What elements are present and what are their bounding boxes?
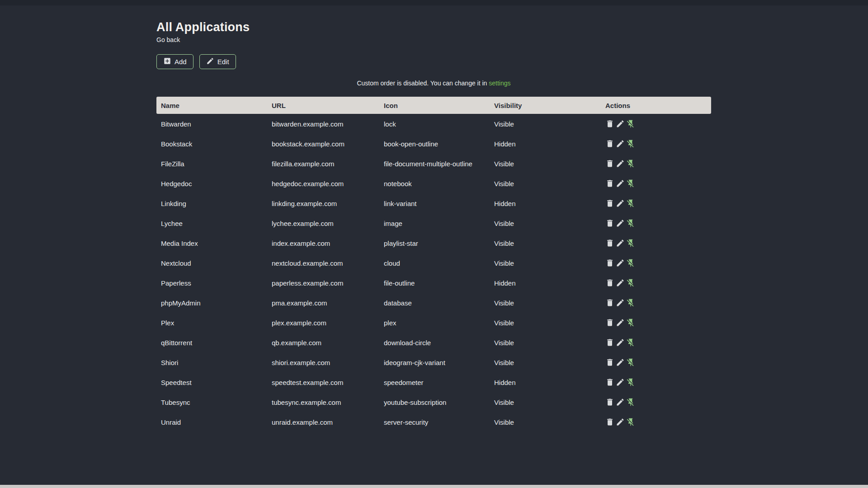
cell-name: Unraid — [156, 412, 267, 432]
cell-actions — [601, 253, 711, 273]
delete-icon[interactable] — [605, 119, 614, 128]
pin-off-icon[interactable] — [626, 378, 635, 387]
edit-icon[interactable] — [616, 199, 625, 208]
cell-name: Nextcloud — [156, 253, 267, 273]
delete-icon[interactable] — [605, 258, 614, 267]
edit-icon[interactable] — [616, 119, 625, 128]
pin-off-icon[interactable] — [626, 119, 635, 128]
cell-name: Linkding — [156, 193, 267, 213]
edit-icon[interactable] — [616, 219, 625, 228]
pin-off-icon[interactable] — [626, 219, 635, 228]
cell-url: paperless.example.com — [267, 273, 379, 293]
cell-url: shiori.example.com — [267, 352, 379, 372]
delete-icon[interactable] — [605, 338, 614, 347]
cell-visibility: Visible — [490, 352, 601, 372]
cell-icon: book-open-outline — [379, 134, 490, 154]
delete-icon[interactable] — [605, 418, 614, 427]
cell-actions — [601, 372, 711, 392]
edit-icon[interactable] — [616, 278, 625, 287]
edit-icon[interactable] — [616, 398, 625, 407]
cell-icon: cloud — [379, 253, 490, 273]
edit-icon[interactable] — [616, 239, 625, 248]
edit-icon[interactable] — [616, 139, 625, 148]
edit-icon[interactable] — [616, 179, 625, 188]
delete-icon[interactable] — [605, 398, 614, 407]
row-actions — [605, 273, 707, 293]
delete-icon[interactable] — [605, 358, 614, 367]
row-actions — [605, 392, 707, 412]
column-header-icon: Icon — [379, 97, 490, 114]
settings-link[interactable]: settings — [489, 80, 510, 87]
edit-icon[interactable] — [616, 338, 625, 347]
pin-off-icon[interactable] — [626, 199, 635, 208]
delete-icon[interactable] — [605, 219, 614, 228]
delete-icon[interactable] — [605, 179, 614, 188]
edit-icon[interactable] — [616, 378, 625, 387]
row-actions — [605, 213, 707, 233]
pin-off-icon[interactable] — [626, 398, 635, 407]
pin-off-icon[interactable] — [626, 179, 635, 188]
cell-url: filezilla.example.com — [267, 154, 379, 174]
cell-actions — [601, 352, 711, 372]
cell-icon: ideogram-cjk-variant — [379, 352, 490, 372]
delete-icon[interactable] — [605, 298, 614, 307]
cell-actions — [601, 412, 711, 432]
cell-url: hedgedoc.example.com — [267, 174, 379, 193]
edit-icon[interactable] — [616, 358, 625, 367]
edit-icon[interactable] — [616, 298, 625, 307]
pin-off-icon[interactable] — [626, 258, 635, 267]
pin-off-icon[interactable] — [626, 338, 635, 347]
add-button[interactable]: Add — [156, 54, 193, 69]
cell-icon: plex — [379, 313, 490, 333]
delete-icon[interactable] — [605, 199, 614, 208]
pin-off-icon[interactable] — [626, 298, 635, 307]
row-actions — [605, 174, 707, 193]
delete-icon[interactable] — [605, 278, 614, 287]
delete-icon[interactable] — [605, 159, 614, 168]
pin-off-icon[interactable] — [626, 239, 635, 248]
table-row: Nextcloudnextcloud.example.comcloudVisib… — [156, 253, 711, 273]
table-row: Unraidunraid.example.comserver-securityV… — [156, 412, 711, 432]
cell-name: Speedtest — [156, 372, 267, 392]
cell-icon: download-circle — [379, 333, 490, 352]
cell-visibility: Visible — [490, 174, 601, 193]
cell-name: Tubesync — [156, 392, 267, 412]
row-actions — [605, 352, 707, 372]
edit-button[interactable]: Edit — [199, 54, 236, 69]
cell-actions — [601, 213, 711, 233]
delete-icon[interactable] — [605, 318, 614, 327]
window-top-edge — [0, 0, 868, 5]
settings-applications-page: All Applications Go back Add Edit Custom… — [156, 0, 711, 432]
cell-icon: speedometer — [379, 372, 490, 392]
cell-visibility: Visible — [490, 154, 601, 174]
edit-icon[interactable] — [616, 418, 625, 427]
horizontal-scrollbar[interactable] — [0, 485, 868, 488]
pin-off-icon[interactable] — [626, 418, 635, 427]
edit-button-label: Edit — [217, 58, 229, 66]
pin-off-icon[interactable] — [626, 318, 635, 327]
pin-off-icon[interactable] — [626, 278, 635, 287]
pin-off-icon[interactable] — [626, 358, 635, 367]
edit-icon[interactable] — [616, 159, 625, 168]
cell-actions — [601, 273, 711, 293]
cell-name: qBittorrent — [156, 333, 267, 352]
cell-visibility: Hidden — [490, 134, 601, 154]
row-actions — [605, 412, 707, 432]
edit-icon[interactable] — [616, 258, 625, 267]
go-back-link[interactable]: Go back — [156, 36, 180, 44]
pin-off-icon[interactable] — [626, 159, 635, 168]
row-actions — [605, 253, 707, 273]
pin-off-icon[interactable] — [626, 139, 635, 148]
cell-icon: server-security — [379, 412, 490, 432]
page-title: All Applications — [156, 20, 711, 34]
delete-icon[interactable] — [605, 139, 614, 148]
column-header-url: URL — [267, 97, 379, 114]
delete-icon[interactable] — [605, 239, 614, 248]
cell-visibility: Visible — [490, 392, 601, 412]
cell-url: index.example.com — [267, 233, 379, 253]
edit-icon[interactable] — [616, 318, 625, 327]
row-actions — [605, 193, 707, 213]
delete-icon[interactable] — [605, 378, 614, 387]
cell-url: lychee.example.com — [267, 213, 379, 233]
cell-actions — [601, 293, 711, 313]
